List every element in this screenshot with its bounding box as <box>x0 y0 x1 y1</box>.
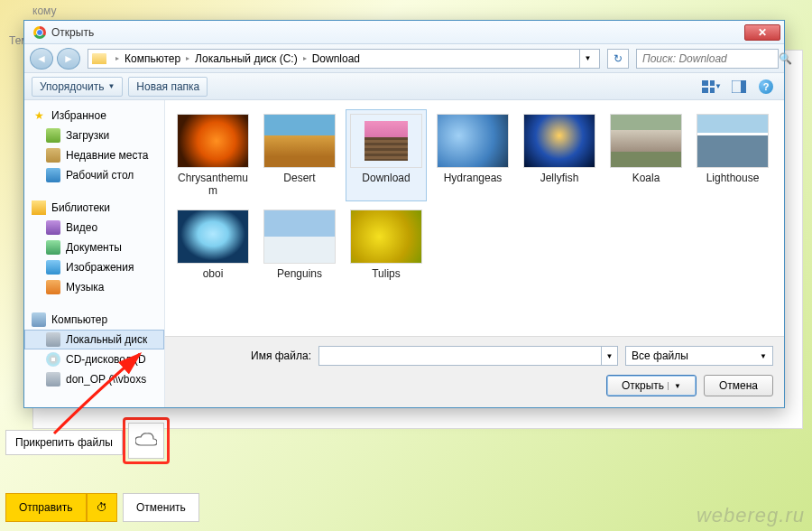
file-label: Desert <box>283 172 315 184</box>
file-item[interactable]: Jellyfish <box>519 109 600 201</box>
preview-pane-icon <box>732 80 746 93</box>
file-thumbnail <box>177 210 249 264</box>
search-box[interactable]: 🔍 <box>636 49 779 69</box>
sidebar-group-computer[interactable]: Компьютер <box>24 310 164 330</box>
sidebar-group-libraries[interactable]: Библиотеки <box>24 198 164 218</box>
file-item[interactable]: Hydrangeas <box>432 109 513 201</box>
downloads-icon <box>46 128 60 143</box>
archive-icon <box>364 121 408 161</box>
desktop-icon <box>46 168 60 182</box>
sidebar-item-desktop[interactable]: Рабочий стол <box>24 165 164 185</box>
file-thumbnail <box>437 114 509 168</box>
attach-cloud-button[interactable] <box>128 423 164 459</box>
file-item[interactable]: Chrysanthemum <box>172 109 254 201</box>
file-open-dialog: Открыть ✕ ◄ ► ▸ Компьютер ▸ Локальный ди… <box>23 20 785 408</box>
file-item[interactable]: oboi <box>172 205 254 284</box>
nav-back-button[interactable]: ◄ <box>30 48 53 70</box>
video-icon <box>46 220 60 235</box>
music-icon <box>46 280 60 294</box>
send-button[interactable]: Отправить <box>5 493 87 522</box>
breadcrumb-seg-folder[interactable]: Download <box>312 52 360 65</box>
help-icon: ? <box>759 79 773 94</box>
file-item[interactable]: Penguins <box>259 205 340 284</box>
breadcrumb-seg-computer[interactable]: Компьютер <box>125 52 180 65</box>
dialog-title: Открыть <box>51 26 744 39</box>
navbar: ◄ ► ▸ Компьютер ▸ Локальный диск (C:) ▸ … <box>24 44 784 73</box>
svg-rect-5 <box>741 80 746 93</box>
sidebar-group-favorites[interactable]: ★ Избранное <box>24 106 164 126</box>
file-thumbnail <box>697 114 769 168</box>
filename-input[interactable] <box>319 349 601 362</box>
cancel-compose-button[interactable]: Отменить <box>123 493 199 522</box>
new-folder-button[interactable]: Новая папка <box>128 77 208 97</box>
file-item[interactable]: Download <box>346 109 427 201</box>
watermark: webereg.ru <box>697 504 805 527</box>
cloud-icon <box>135 433 157 450</box>
sidebar: ★ Избранное Загрузки Недавние места Рабо… <box>24 100 165 407</box>
close-button[interactable]: ✕ <box>744 24 780 41</box>
sidebar-item-recent[interactable]: Недавние места <box>24 145 164 165</box>
file-thumbnail <box>350 114 422 168</box>
organize-button[interactable]: Упорядочить ▼ <box>32 77 123 97</box>
file-thumbnail <box>177 114 249 168</box>
clock-icon: ⏱ <box>97 501 107 514</box>
file-label: Hydrangeas <box>444 172 503 184</box>
svg-rect-0 <box>702 80 708 86</box>
sidebar-item-downloads[interactable]: Загрузки <box>24 126 164 145</box>
help-button[interactable]: ? <box>755 77 777 97</box>
filetype-filter[interactable]: Все файлы ▼ <box>625 346 773 366</box>
cancel-button[interactable]: Отмена <box>704 375 773 396</box>
file-item[interactable]: Tulips <box>346 205 427 284</box>
attach-label: Прикрепить файлы <box>15 436 113 449</box>
filename-label: Имя файла: <box>176 349 311 362</box>
file-label: oboi <box>203 267 224 280</box>
search-icon[interactable]: 🔍 <box>779 52 792 65</box>
file-grid[interactable]: ChrysanthemumDesertDownloadHydrangeasJel… <box>165 100 784 336</box>
libraries-icon <box>32 200 46 215</box>
computer-icon <box>32 312 46 327</box>
hdd-icon <box>46 332 60 347</box>
file-label: Chrysanthemum <box>177 172 249 197</box>
sidebar-item-documents[interactable]: Документы <box>24 238 164 257</box>
sidebar-item-video[interactable]: Видео <box>24 218 164 238</box>
dialog-footer: Имя файла: ▼ Все файлы ▼ Открыть ▼ <box>165 336 784 407</box>
network-drive-icon <box>46 372 60 387</box>
titlebar[interactable]: Открыть ✕ <box>24 21 784 44</box>
file-label: Lighthouse <box>706 172 760 184</box>
open-button[interactable]: Открыть ▼ <box>606 375 697 396</box>
preview-pane-button[interactable] <box>728 77 750 97</box>
sidebar-item-network[interactable]: don_OP (\\vboxs <box>24 369 164 389</box>
thumbnails-icon <box>702 80 715 93</box>
file-label: Koala <box>632 172 660 184</box>
view-mode-button[interactable]: ▼ <box>701 77 723 97</box>
chrome-icon <box>33 26 46 39</box>
file-item[interactable]: Lighthouse <box>692 109 773 201</box>
file-label: Tulips <box>372 267 401 280</box>
breadcrumb-dropdown[interactable]: ▼ <box>579 49 595 69</box>
filename-dropdown[interactable]: ▼ <box>601 346 617 366</box>
sidebar-item-cd-drive[interactable]: CD-дисковод (D <box>24 349 164 369</box>
breadcrumb-seg-drive[interactable]: Локальный диск (C:) <box>195 52 298 65</box>
file-thumbnail <box>610 114 682 168</box>
file-thumbnail <box>263 210 336 264</box>
svg-rect-2 <box>702 88 708 93</box>
attach-files-button[interactable]: Прикрепить файлы <box>5 430 123 455</box>
folder-icon <box>92 53 106 64</box>
filename-combobox[interactable]: ▼ <box>318 346 618 366</box>
file-label: Jellyfish <box>540 172 579 184</box>
sidebar-item-images[interactable]: Изображения <box>24 257 164 277</box>
sidebar-item-music[interactable]: Музыка <box>24 277 164 297</box>
file-thumbnail <box>350 210 422 264</box>
sidebar-item-local-disk[interactable]: Локальный диск <box>24 330 164 349</box>
refresh-button[interactable]: ↻ <box>607 49 629 69</box>
toolbar: Упорядочить ▼ Новая папка ▼ ? <box>24 73 784 100</box>
star-icon: ★ <box>32 108 46 123</box>
bg-to-label: кому <box>32 5 56 17</box>
file-item[interactable]: Koala <box>605 109 687 201</box>
breadcrumb[interactable]: ▸ Компьютер ▸ Локальный диск (C:) ▸ Down… <box>88 49 600 69</box>
cd-icon <box>46 352 60 367</box>
schedule-button[interactable]: ⏱ <box>87 493 117 522</box>
search-input[interactable] <box>642 52 779 65</box>
nav-forward-button[interactable]: ► <box>57 48 80 70</box>
file-item[interactable]: Desert <box>259 109 340 201</box>
